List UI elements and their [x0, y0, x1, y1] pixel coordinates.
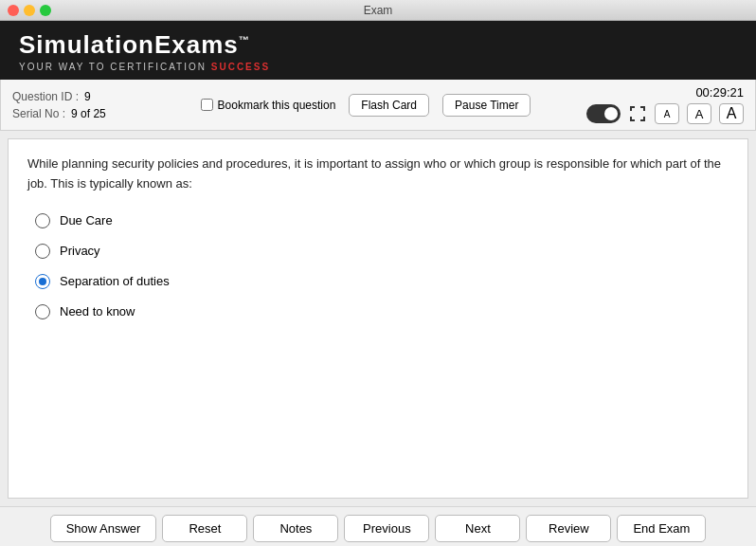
minimize-button[interactable]: [24, 5, 35, 16]
toggle-switch[interactable]: [586, 104, 621, 123]
next-button[interactable]: Next: [435, 515, 520, 542]
option-item-b[interactable]: Privacy: [35, 244, 729, 259]
font-size-medium-button[interactable]: A: [687, 103, 711, 124]
serial-no-row: Serial No : 9 of 25: [12, 107, 145, 120]
pause-timer-button[interactable]: Pause Timer: [442, 94, 531, 117]
brand-header: SimulationExams™ YOUR WAY TO CERTIFICATI…: [0, 21, 756, 80]
close-button[interactable]: [8, 5, 19, 16]
info-center: Bookmark this question Flash Card Pause …: [154, 94, 577, 117]
question-info-bar: Question ID : 9 Serial No : 9 of 25 Book…: [0, 80, 756, 131]
question-meta: Question ID : 9 Serial No : 9 of 25: [12, 90, 145, 120]
title-bar: Exam: [0, 0, 756, 21]
question-text: While planning security policies and pro…: [27, 155, 729, 194]
bookmark-checkbox[interactable]: [201, 99, 213, 111]
option-label-a: Due Care: [60, 213, 113, 228]
option-item-a[interactable]: Due Care: [35, 213, 729, 228]
option-item-d[interactable]: Need to know: [35, 304, 729, 319]
question-id-value: 9: [84, 90, 91, 103]
maximize-button[interactable]: [40, 5, 51, 16]
bookmark-label: Bookmark this question: [218, 99, 336, 112]
serial-no-label: Serial No :: [12, 107, 65, 120]
option-label-b: Privacy: [60, 244, 100, 258]
bookmark-area[interactable]: Bookmark this question: [201, 99, 336, 112]
serial-no-value: 9 of 25: [71, 107, 106, 120]
window-title: Exam: [364, 4, 393, 17]
info-right: 00:29:21 A A A: [586, 85, 744, 124]
font-size-small-button[interactable]: A: [655, 103, 679, 124]
radio-c[interactable]: [35, 274, 50, 289]
end-exam-button[interactable]: End Exam: [617, 515, 706, 542]
flash-card-button[interactable]: Flash Card: [349, 94, 429, 117]
radio-b[interactable]: [35, 244, 50, 259]
font-size-large-button[interactable]: A: [719, 103, 744, 124]
question-id-label: Question ID :: [12, 90, 79, 103]
show-answer-button[interactable]: Show Answer: [50, 515, 157, 542]
option-item-c[interactable]: Separation of duties: [35, 274, 729, 289]
option-label-c: Separation of duties: [60, 274, 170, 288]
brand-name: SimulationExams™: [19, 30, 737, 60]
radio-a[interactable]: [35, 213, 50, 228]
brand-tagline: YOUR WAY TO CERTIFICATION SUCCESS: [19, 62, 737, 72]
options-list: Due CarePrivacySeparation of dutiesNeed …: [27, 213, 729, 319]
radio-d[interactable]: [35, 304, 50, 319]
fullscreen-icon[interactable]: [628, 104, 647, 123]
window-controls[interactable]: [8, 5, 51, 16]
previous-button[interactable]: Previous: [344, 515, 429, 542]
notes-button[interactable]: Notes: [253, 515, 338, 542]
review-button[interactable]: Review: [526, 515, 611, 542]
reset-button[interactable]: Reset: [162, 515, 247, 542]
main-content-area: While planning security policies and pro…: [8, 138, 748, 499]
icon-row: A A A: [586, 103, 744, 124]
bottom-nav: Show Answer Reset Notes Previous Next Re…: [0, 506, 756, 546]
timer-display: 00:29:21: [695, 85, 744, 100]
question-id-row: Question ID : 9: [12, 90, 145, 103]
option-label-d: Need to know: [60, 304, 135, 318]
